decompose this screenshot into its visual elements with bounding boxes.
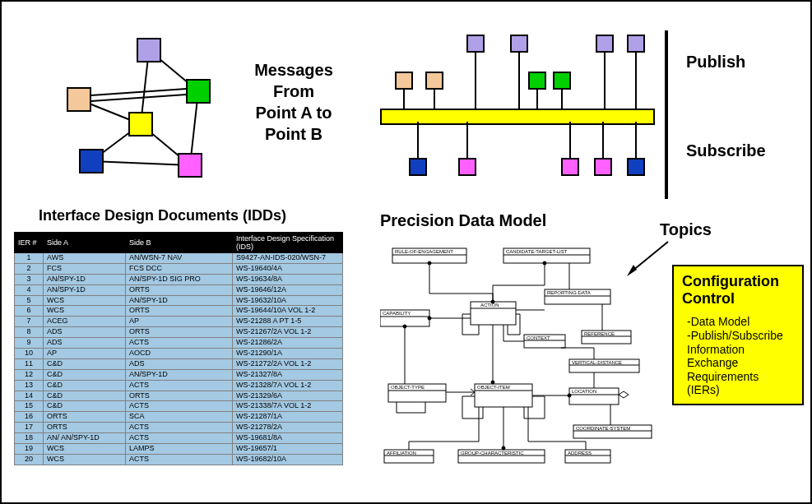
entity-context: CONTEXT <box>524 335 565 348</box>
precision-data-model-title: Precision Data Model <box>380 211 546 230</box>
pubsub-node-mid <box>553 72 571 90</box>
subscribe-label: Subscribe <box>686 141 766 160</box>
svg-text:OBJECT-ITEM: OBJECT-ITEM <box>477 385 510 390</box>
precision-data-model-diagram: RULE-OF-ENGAGEMENT CANDIDATE-TARGET-LIST… <box>380 244 660 474</box>
pubsub-node-bottom <box>627 158 645 176</box>
svg-line-8 <box>91 161 190 165</box>
svg-point-58 <box>428 317 431 320</box>
table-row: 10APAOCDWS-21290/1A <box>15 349 343 359</box>
table-row: 7ACEGAPWS-21288 A PT 1-5 <box>15 317 343 327</box>
table-row: 4AN/SPY-1DORTSWS-19646/12A <box>15 284 343 295</box>
entity-group-characteristic: GROUP-CHARACTERISTIC <box>458 450 545 463</box>
idd-table-header-row: IER # Side A Side B Interface Design Spe… <box>15 233 343 253</box>
svg-point-60 <box>491 300 494 303</box>
table-row: 8ADSORTSWS-21267/2A VOL 1-2 <box>15 327 343 338</box>
entity-coordinate-system: COORDINATE-SYSTEM <box>573 425 652 438</box>
table-row: 16ORTSSCAWS-21287/1A <box>15 412 343 423</box>
table-row: 6WCSORTSWS-19644/10A VOL 1-2 <box>15 306 343 317</box>
svg-point-59 <box>403 325 406 328</box>
pubsub-node-bottom <box>458 158 476 176</box>
svg-text:LOCATION: LOCATION <box>572 389 596 394</box>
idd-th-ier: IER # <box>15 233 44 253</box>
idd-th-sideb: Side B <box>126 233 233 253</box>
table-row: 9ADSACTSWS-21286/2A <box>15 338 343 349</box>
entity-object-item: OBJECT-ITEM <box>475 384 532 407</box>
mesh-node-magenta <box>179 154 202 177</box>
entity-affiliation: AFFILIATION <box>384 450 434 463</box>
svg-point-61 <box>491 381 494 384</box>
svg-text:GROUP-CHARACTERISTIC: GROUP-CHARACTERISTIC <box>461 451 524 455</box>
entity-vertical-distance: VERTICAL-DISTANCE <box>569 359 639 372</box>
svg-point-62 <box>568 394 571 397</box>
svg-text:ACTION: ACTION <box>480 303 499 307</box>
pubsub-diagram <box>380 35 652 183</box>
config-item: Requirements (IERs) <box>687 370 794 396</box>
table-row: 5WCSAN/SPY-1DWS-19632/10A <box>15 295 343 306</box>
entity-reporting-data: REPORTING-DATA <box>545 289 610 304</box>
messages-title-line1: Messages <box>232 59 355 81</box>
svg-point-63 <box>502 446 505 450</box>
table-row: 14C&DORTSWS-21329/6A <box>15 391 343 401</box>
table-row: 17ORTSACTSWS-21278/2A <box>15 423 343 433</box>
topics-label: Topics <box>660 220 712 239</box>
svg-text:VERTICAL-DISTANCE: VERTICAL-DISTANCE <box>572 360 622 365</box>
pubsub-node-mid <box>425 72 443 90</box>
svg-text:REFERENCE: REFERENCE <box>584 331 615 336</box>
svg-text:CONTEXT: CONTEXT <box>527 335 550 340</box>
svg-point-56 <box>428 261 431 265</box>
pubsub-bus <box>380 109 655 125</box>
pubsub-node-bottom <box>594 158 612 176</box>
table-row: 3AN/SPY-1DAN/SPY-1D SIG PROWS-19634/8A <box>15 274 343 284</box>
entity-reference: REFERENCE <box>582 331 631 344</box>
pubsub-node-bottom <box>409 158 427 176</box>
pubsub-node-bottom <box>561 158 579 176</box>
entity-capability: CAPABILITY <box>380 310 429 326</box>
entity-location: LOCATION <box>569 388 619 405</box>
publish-label: Publish <box>686 53 745 72</box>
messages-title-line2: From <box>232 81 355 102</box>
pubsub-node-top <box>596 35 614 53</box>
table-row: 20WCSACTSWS-19682/10A <box>15 454 343 465</box>
svg-text:AFFILIATION: AFFILIATION <box>387 451 416 455</box>
mesh-node-blue <box>80 150 103 173</box>
table-row: 11C&DADSWS-21272/2A VOL 1-2 <box>15 358 343 369</box>
config-item: -Data Model <box>687 315 794 328</box>
mesh-node-peach <box>67 88 90 111</box>
pubsub-node-top <box>627 35 645 53</box>
table-row: 15C&DACTSWS-21338/7A VOL 1-2 <box>15 401 343 412</box>
table-row: 12C&DAN/SPY-1DWS-21327/8A <box>15 369 343 380</box>
pubsub-node-mid <box>528 72 546 90</box>
mesh-node-yellow <box>129 113 152 136</box>
mesh-network-diagram <box>63 35 228 183</box>
table-row: 1AWSAN/WSN-7 NAVS9427-AN-IDS-020/WSN-7 <box>15 253 343 264</box>
idd-table: IER # Side A Side B Interface Design Spe… <box>14 232 343 465</box>
configuration-control-box: Configuration Control -Data Model -Publi… <box>672 265 804 405</box>
entity-candidate-target-list: CANDIDATE-TARGET-LIST <box>503 248 590 263</box>
entity-object-type: OBJECT-TYPE <box>388 384 446 402</box>
entity-action: ACTION <box>471 302 516 325</box>
svg-point-57 <box>543 261 546 265</box>
entity-rule-of-engagement: RULE-OF-ENGAGEMENT <box>392 248 466 263</box>
entity-address: ADDRESS <box>565 450 610 463</box>
messages-title-block: Messages From Point A to Point B <box>232 59 355 145</box>
mesh-node-green <box>187 80 210 103</box>
messages-title-line3: Point A to <box>232 102 355 123</box>
pubsub-node-top <box>510 35 528 53</box>
pubsub-node-mid <box>395 72 413 90</box>
right-axis-tick <box>665 30 668 199</box>
svg-text:COORDINATE-SYSTEM: COORDINATE-SYSTEM <box>576 426 630 431</box>
mesh-node-lavender <box>137 39 160 62</box>
config-title: Configuration Control <box>682 273 794 307</box>
table-row: 18AN/ AN/SPY-1DACTSWS-19681/8A <box>15 433 343 444</box>
idd-th-sidea: Side A <box>44 233 126 253</box>
table-row: 19WCSLAMPSWS-19657/1 <box>15 444 343 455</box>
table-row: 2FCSFCS DCCWS-19640/4A <box>15 263 343 274</box>
svg-text:CAPABILITY: CAPABILITY <box>383 311 411 316</box>
table-row: 13C&DACTSWS-21328/7A VOL 1-2 <box>15 380 343 391</box>
pubsub-node-top <box>466 35 485 53</box>
config-item: -Publish/Subscribe <box>687 329 794 342</box>
idd-title: Interface Design Documents (IDDs) <box>39 207 286 224</box>
messages-title-line4: Point B <box>232 123 355 145</box>
svg-text:OBJECT-TYPE: OBJECT-TYPE <box>391 385 425 390</box>
svg-text:RULE-OF-ENGAGEMENT: RULE-OF-ENGAGEMENT <box>395 249 453 254</box>
